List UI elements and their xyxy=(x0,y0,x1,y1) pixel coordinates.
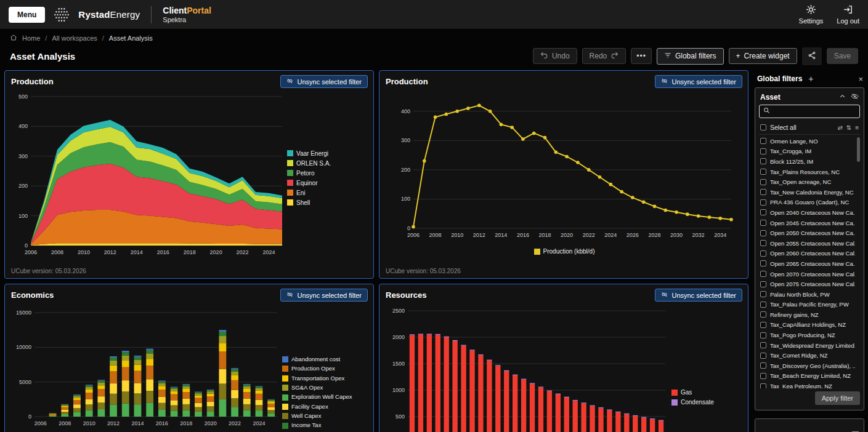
undo-button[interactable]: Undo xyxy=(533,48,577,64)
filter-list-item[interactable]: Open 2050 Cretaceous New Ca... xyxy=(759,228,860,238)
checkbox[interactable] xyxy=(760,199,766,206)
svg-text:500: 500 xyxy=(18,94,28,100)
checkbox[interactable] xyxy=(760,271,766,277)
checkbox[interactable] xyxy=(760,291,766,297)
checkbox[interactable] xyxy=(760,342,766,348)
svg-text:0: 0 xyxy=(25,242,28,249)
checkbox[interactable] xyxy=(760,158,766,164)
filter-list-item[interactable]: Palau North Block, PW xyxy=(759,289,860,300)
select-all-row[interactable]: Select all ⇄ ⇅ ≡ xyxy=(759,122,860,135)
checkbox[interactable] xyxy=(760,332,766,338)
filter-list-item[interactable]: Tax_CapAllianz Holdings, NZ xyxy=(759,320,860,330)
filter-list-item[interactable]: Tax_Discovery Geo (Australia), ... xyxy=(759,361,860,371)
filter-list-item[interactable]: Open 2070 Cretaceous New Cal... xyxy=(759,269,860,279)
checkbox[interactable] xyxy=(760,373,766,379)
svg-text:2022: 2022 xyxy=(229,420,241,426)
global-filters-button[interactable]: Global filters xyxy=(657,48,724,65)
eye-off-icon[interactable] xyxy=(851,92,859,102)
breadcrumb-home[interactable]: Home xyxy=(22,34,40,42)
filter-list-item[interactable]: Tax_New Caledonia Energy, NC xyxy=(759,187,860,198)
filter-list-item[interactable]: Tax_Comet Ridge, NZ xyxy=(759,350,860,361)
close-panel-button[interactable]: × xyxy=(858,74,863,84)
svg-text:2024: 2024 xyxy=(263,249,275,255)
filter-list-item[interactable]: PRA 436 Gouaro (Cadart), NC xyxy=(759,198,860,208)
checkbox[interactable] xyxy=(760,138,766,144)
filter-list-item[interactable]: Tax_Crogga, IM xyxy=(759,146,860,157)
menu-button[interactable]: Menu xyxy=(9,7,45,23)
filter-list-item[interactable]: Refinery gains, NZ xyxy=(759,310,860,320)
logout-button[interactable]: Log out xyxy=(837,4,859,25)
share-button[interactable] xyxy=(802,47,822,65)
legend-item: Exploration Well Capex xyxy=(282,393,365,401)
filter-item-label: Tax_Plains Resources, NC xyxy=(770,169,840,175)
widget-production-line: Production Unsync selected filter 010020… xyxy=(379,70,748,279)
checkbox[interactable] xyxy=(760,383,766,388)
checkbox[interactable] xyxy=(760,353,766,359)
legend-label: Production Opex xyxy=(291,365,335,372)
save-button[interactable]: Save xyxy=(827,48,858,64)
filter-list-item[interactable]: Open 2075 Cretaceous New Cal... xyxy=(759,279,860,289)
checkbox[interactable] xyxy=(760,311,766,318)
logout-icon xyxy=(843,4,853,16)
filter-list-item[interactable]: Tax_Plains Resources, NC xyxy=(759,167,860,177)
svg-text:2024: 2024 xyxy=(604,232,617,238)
checkbox[interactable] xyxy=(760,179,766,185)
filter-list-item[interactable]: Tax_Kea Petroleum, NZ xyxy=(759,381,860,388)
filter-list-item[interactable]: Ormen Lange, NO xyxy=(759,136,860,146)
chevron-up-icon[interactable] xyxy=(839,93,846,102)
checkbox[interactable] xyxy=(760,148,766,154)
scrollbar-thumb[interactable] xyxy=(857,137,860,162)
filter-list-item[interactable]: Open 2055 Cretaceous New Cal... xyxy=(759,238,860,249)
list-options-icon[interactable]: ≡ xyxy=(855,124,859,131)
filter-item-label: Open 2045 Cretaceous New Ca... xyxy=(770,220,855,226)
legend-swatch xyxy=(287,199,293,206)
breadcrumb-workspaces[interactable]: All workspaces xyxy=(52,34,97,42)
filter-list-item[interactable]: Open 2065 Cretaceous New Ca... xyxy=(759,258,860,269)
checkbox[interactable] xyxy=(760,281,766,287)
asset-search-field[interactable] xyxy=(774,108,856,115)
checkbox[interactable] xyxy=(760,240,766,246)
redo-button[interactable]: Redo xyxy=(582,48,627,64)
filter-list-item[interactable]: Tax_Beach Energy Limited, NZ xyxy=(759,371,860,382)
filter-list-item[interactable]: Tax_Open acreage, NC xyxy=(759,177,860,187)
economics-bar-chart: 0500010000150002006200820102012201420162… xyxy=(9,303,282,432)
filter-list-item[interactable]: Tax_Palau Pacific Energy, PW xyxy=(759,300,860,310)
filter-list-item[interactable]: Open 2045 Cretaceous New Ca... xyxy=(759,218,860,228)
unsync-filter-button[interactable]: Unsync selected filter xyxy=(655,75,742,88)
filter-list-item[interactable]: Open 2040 Cretaceous New Ca... xyxy=(759,207,860,218)
filter-list-item[interactable]: Block 112/25, IM xyxy=(759,156,860,167)
sort-order-icon[interactable]: ⇅ xyxy=(846,124,851,131)
checkbox[interactable] xyxy=(760,322,766,328)
asset-search-input[interactable] xyxy=(759,105,860,118)
apply-filter-button[interactable]: Apply filter xyxy=(815,391,860,405)
select-all-checkbox[interactable] xyxy=(760,124,766,130)
checkbox[interactable] xyxy=(760,209,766,215)
filter-item-label: Tax_Discovery Geo (Australia), ... xyxy=(770,362,855,369)
checkbox[interactable] xyxy=(760,169,766,175)
checkbox[interactable] xyxy=(760,362,766,369)
svg-text:2010: 2010 xyxy=(83,420,95,426)
legend-swatch xyxy=(287,150,293,156)
swap-sort-icon[interactable]: ⇄ xyxy=(837,124,842,131)
create-widget-button[interactable]: + Create widget xyxy=(729,48,797,64)
collapsed-filter-section[interactable]: — xyxy=(755,418,864,432)
checkbox[interactable] xyxy=(760,230,766,236)
checkbox[interactable] xyxy=(760,250,766,257)
checkbox[interactable] xyxy=(760,302,766,308)
widget-title: Resources xyxy=(386,290,426,300)
filter-list-item[interactable]: Tax_Pogo Producing, NZ xyxy=(759,330,860,340)
legend-item: Production Opex xyxy=(282,365,365,372)
more-options-button[interactable]: ••• xyxy=(631,48,652,64)
unsync-filter-button[interactable]: Unsync selected filter xyxy=(280,289,368,302)
unsync-filter-button[interactable]: Unsync selected filter xyxy=(280,75,368,88)
checkbox[interactable] xyxy=(760,220,766,226)
checkbox[interactable] xyxy=(760,189,766,195)
legend-item: SG&A Opex xyxy=(282,384,365,391)
filter-list-item[interactable]: Open 2060 Cretaceous New Cal... xyxy=(759,249,860,259)
unsync-filter-button[interactable]: Unsync selected filter xyxy=(655,289,742,302)
add-filter-button[interactable]: + xyxy=(808,74,813,84)
settings-button[interactable]: Settings xyxy=(799,4,824,25)
legend-label: Income Tax xyxy=(291,422,321,429)
checkbox[interactable] xyxy=(760,260,766,266)
filter-list-item[interactable]: Tax_Widespread Energy Limited... xyxy=(759,340,860,351)
